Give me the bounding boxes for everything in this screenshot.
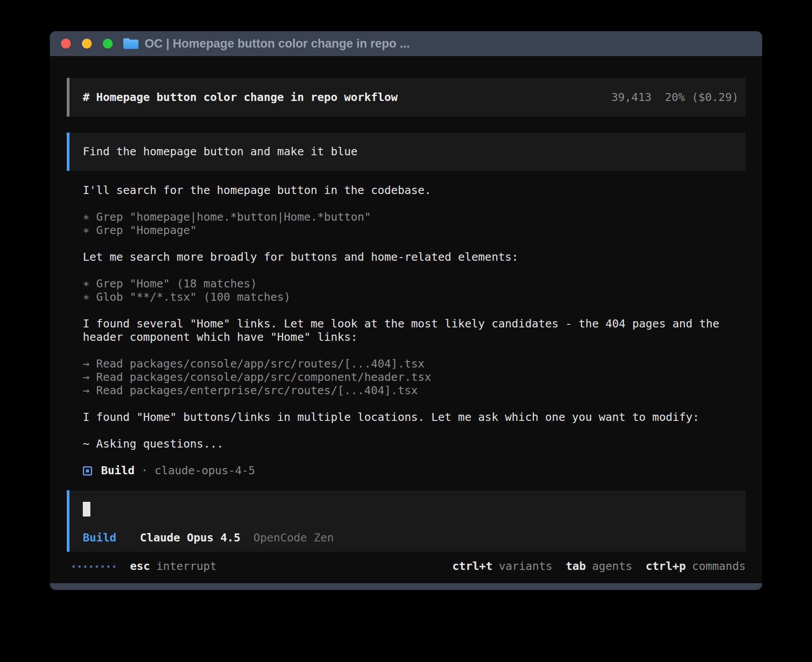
shortcut-agents: tabagents [566,560,632,573]
tool-call-grep: ∗ Grep "Home" (18 matches) [83,277,746,291]
transcript-blank [83,197,746,210]
transcript-blank [83,264,746,277]
agent-model: claude-opus-4-5 [154,464,255,477]
transcript-blank [83,397,746,411]
prompt-input[interactable]: Build Claude Opus 4.5 OpenCode Zen [67,490,746,552]
transcript-line: header component which have "Home" links… [83,331,746,344]
transcript-line: Let me search more broadly for buttons a… [83,250,746,264]
tool-call-read: → Read packages/enterprise/src/routes/[.… [83,384,746,397]
zoom-button[interactable] [103,39,113,48]
tool-call-read: → Read packages/console/app/src/routes/[… [83,357,746,371]
status-bar: esc interrupt ctrl+tvariants tabagents c… [67,560,746,573]
input-meta: Build Claude Opus 4.5 OpenCode Zen [83,531,732,545]
transcript-line: I found "Home" buttons/links in multiple… [83,411,746,424]
minimize-button[interactable] [82,39,92,48]
transcript-line: I'll search for the homepage button in t… [83,184,746,197]
agent-separator: · [141,464,148,477]
tool-call-grep: ∗ Grep "Homepage" [83,224,746,237]
agent-name: Build [101,464,134,477]
tool-call-grep: ∗ Grep "homepage|home.*button|Home.*butt… [83,210,746,224]
build-agent-icon [83,466,92,476]
titlebar: OC | Homepage button color change in rep… [50,31,762,56]
input-provider: OpenCode Zen [253,531,334,544]
token-count: 39,413 [611,91,651,104]
status-asking-questions: ~ Asking questions... [83,437,746,451]
session-header: # Homepage button color change in repo w… [67,78,746,117]
session-title: # Homepage button color change in repo w… [83,91,398,104]
working-spinner-dots [73,565,115,568]
tool-call-read: → Read packages/console/app/src/componen… [83,371,746,384]
traffic-lights [61,39,113,48]
user-message-text: Find the homepage button and make it blu… [83,145,357,158]
input-model-name: Claude Opus 4.5 [140,531,240,544]
terminal-window: OC | Homepage button color change in rep… [50,31,762,590]
transcript-blank [83,424,746,437]
input-agent-mode: Build [83,531,116,544]
text-cursor [83,502,90,517]
session-cost: ($0.29) [692,91,739,104]
user-message: Find the homepage button and make it blu… [67,133,746,171]
session-stats: 39,41320%($0.29) [611,91,739,104]
status-left: esc interrupt [73,560,217,573]
esc-key-hint: esc [130,560,150,573]
window-title: OC | Homepage button color change in rep… [145,37,410,51]
terminal-content: # Homepage button color change in repo w… [50,56,762,583]
context-percent: 20% [665,91,685,104]
status-right: ctrl+tvariants tabagents ctrl+pcommands [439,560,746,573]
shortcut-variants: ctrl+tvariants [452,560,552,573]
tool-call-glob: ∗ Glob "**/*.tsx" (100 matches) [83,291,746,304]
window-bottom-edge [50,583,762,590]
transcript-blank [83,237,746,250]
assistant-transcript: I'll search for the homepage button in t… [83,184,746,477]
agent-status-row: Build · claude-opus-4-5 [83,464,746,477]
esc-key-label: interrupt [156,560,216,573]
transcript-blank [83,344,746,357]
shortcut-commands: ctrl+pcommands [646,560,746,573]
transcript-line: I found several "Home" links. Let me loo… [83,317,746,331]
transcript-blank [83,451,746,464]
transcript-blank [83,304,746,317]
close-button[interactable] [61,39,71,48]
folder-icon [123,38,138,49]
